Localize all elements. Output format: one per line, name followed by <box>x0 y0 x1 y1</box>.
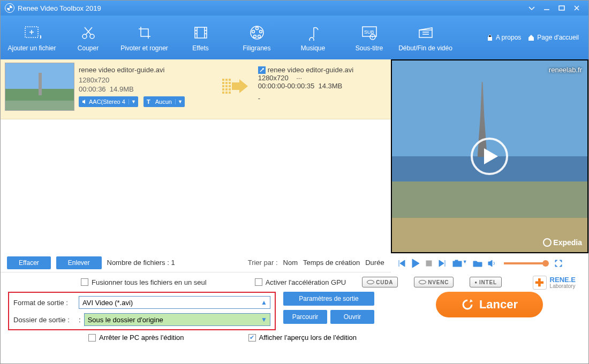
svg-rect-0 <box>559 6 564 10</box>
lock-icon <box>486 34 494 41</box>
source-filename: renee video editor-guide.avi <box>79 66 212 74</box>
sort-duration[interactable]: Durée <box>365 259 384 267</box>
watermarks-button[interactable]: Filigranes <box>229 23 285 52</box>
video-preview[interactable]: reneelab.fr Expedia <box>392 60 587 252</box>
next-button[interactable] <box>438 259 447 268</box>
svg-point-10 <box>252 31 254 33</box>
open-button[interactable]: Ouvrir <box>330 310 374 324</box>
svg-point-8 <box>258 35 260 38</box>
chevron-down-icon: ▼ <box>258 316 270 323</box>
file-count-label: Nombre de fichiers : 1 <box>107 259 175 267</box>
player-controls: ▼ <box>391 253 588 272</box>
output-format-combo[interactable]: AVI Video (*.avi) ▲ <box>79 296 270 309</box>
dropdown-titlebar-icon[interactable] <box>524 3 539 13</box>
start-end-label: Début/Fin de vidéo <box>398 44 452 52</box>
svg-rect-18 <box>426 261 432 266</box>
rotate-crop-label: Pivoter et rogner <box>120 44 168 52</box>
scissors-icon <box>80 23 96 42</box>
dest-dash: - <box>258 94 387 102</box>
svg-rect-16 <box>488 37 492 41</box>
subtitle-label: Sous-titre <box>356 44 383 52</box>
launch-button[interactable]: Lancer <box>436 292 543 317</box>
home-link[interactable]: Page d'accueil <box>527 34 579 41</box>
folder-label: Dossier de sortie : <box>13 316 75 324</box>
film-icon <box>193 23 209 42</box>
source-info: renee video editor-guide.avi 1280x720 00… <box>79 63 212 107</box>
preview-panel: reneelab.fr Expedia <box>391 59 588 253</box>
close-icon[interactable] <box>569 3 584 13</box>
music-button[interactable]: Musique <box>285 23 341 52</box>
sort-name[interactable]: Nom <box>283 259 298 267</box>
effects-button[interactable]: Effets <box>172 23 229 52</box>
video-thumbnail <box>5 63 74 111</box>
svg-point-20 <box>456 262 459 266</box>
dest-resolution: 1280x720 ··· <box>258 74 387 82</box>
speaker-icon <box>82 99 87 104</box>
svg-rect-15 <box>419 30 432 37</box>
watermarks-label: Filigranes <box>243 44 270 52</box>
title-bar: Renee Video Toolbox 2019 <box>1 1 588 16</box>
snapshot-button[interactable]: ▼ <box>452 259 467 268</box>
reel-icon <box>249 23 265 42</box>
preview-watermark: reneelab.fr <box>549 66 582 74</box>
file-row[interactable]: renee video editor-guide.avi 1280x720 00… <box>1 59 391 119</box>
edit-name-icon[interactable] <box>258 66 266 74</box>
audio-track-pill[interactable]: AAC(Stereo 4 ▼ <box>79 96 138 107</box>
play-overlay-icon[interactable] <box>471 138 508 175</box>
app-logo-icon <box>5 3 14 13</box>
volume-slider[interactable] <box>504 262 547 264</box>
refresh-icon <box>461 298 474 311</box>
plus-icon: ✚ <box>533 276 547 290</box>
sort-ctime[interactable]: Temps de création <box>303 259 360 267</box>
about-link[interactable]: A propos <box>486 34 521 41</box>
intel-badge: ●INTEL <box>470 277 502 287</box>
crop-icon <box>137 23 153 42</box>
music-note-icon <box>306 23 320 42</box>
home-icon <box>527 34 535 41</box>
minimize-icon[interactable] <box>539 3 554 13</box>
shutdown-label: Arrêter le PC après l'édition <box>99 333 184 342</box>
preview-on-edit-label: Afficher l'aperçu lors de l'édition <box>259 333 357 342</box>
subtitle-icon: SUBT <box>361 23 378 42</box>
gpu-checkbox[interactable] <box>255 278 262 286</box>
fullscreen-button[interactable] <box>554 259 563 268</box>
shutdown-checkbox[interactable] <box>88 334 96 342</box>
open-folder-button[interactable] <box>473 260 482 267</box>
subtitle-button[interactable]: SUBT Sous-titre <box>341 23 397 52</box>
svg-rect-21 <box>455 260 458 262</box>
gpu-label: Activer l'accélération GPU <box>266 278 346 286</box>
nvidia-eye-icon <box>367 280 374 284</box>
main-toolbar: Ajouter un fichier Couper Pivoter et rog… <box>1 16 588 59</box>
app-title: Renee Video Toolbox 2019 <box>18 4 101 12</box>
add-file-button[interactable]: Ajouter un fichier <box>4 23 60 52</box>
prev-button[interactable] <box>397 259 406 268</box>
volume-icon[interactable] <box>488 260 496 267</box>
sort-by-label: Trier par : <box>248 259 278 267</box>
browse-button[interactable]: Parcourir <box>283 310 327 324</box>
remove-button[interactable]: Enlever <box>56 256 102 269</box>
maximize-icon[interactable] <box>554 3 569 13</box>
svg-point-6 <box>255 27 258 30</box>
output-params-button[interactable]: Paramètres de sortie <box>283 292 374 306</box>
clear-button[interactable]: Effacer <box>7 256 51 269</box>
audio-pill-dropdown[interactable]: ▼ <box>129 99 138 104</box>
output-highlight-box: Format de sortie : AVI Video (*.avi) ▲ D… <box>8 292 276 330</box>
source-resolution: 1280x720 <box>79 76 212 84</box>
rotate-crop-button[interactable]: Pivoter et rogner <box>116 23 172 52</box>
stop-button[interactable] <box>425 260 433 267</box>
conversion-arrow-icon <box>216 63 254 94</box>
effects-label: Effets <box>192 44 208 52</box>
subtitle-pill-dropdown[interactable]: ▼ <box>175 99 185 104</box>
subtitle-track-pill[interactable]: T Aucun ▼ <box>144 96 185 107</box>
output-folder-combo[interactable]: Sous le dossier d'origine ▼ <box>84 313 270 326</box>
play-button[interactable] <box>411 259 420 268</box>
format-label: Format de sortie : <box>13 299 75 307</box>
svg-point-7 <box>259 31 262 33</box>
merge-checkbox[interactable] <box>81 278 88 286</box>
cut-button[interactable]: Couper <box>60 23 116 52</box>
start-end-button[interactable]: Début/Fin de vidéo <box>397 23 454 52</box>
bottom-panel: Fusionner tous les fichiers en un seul A… <box>1 272 588 347</box>
preview-on-edit-checkbox[interactable] <box>248 334 256 342</box>
svg-point-17 <box>543 239 551 246</box>
main-area: renee video editor-guide.avi 1280x720 00… <box>1 59 588 253</box>
